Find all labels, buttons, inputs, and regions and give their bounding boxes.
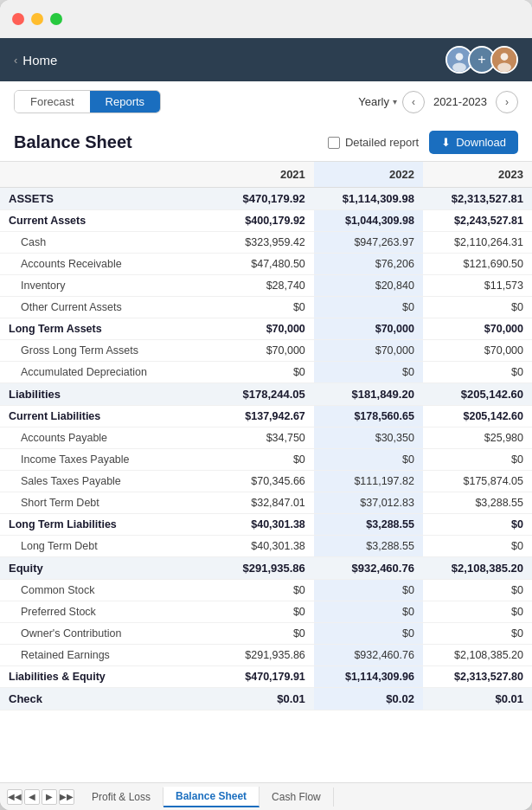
tab-reports[interactable]: Reports [90, 91, 161, 112]
minimize-button[interactable] [31, 13, 43, 25]
row-val-2021: $47,480.50 [216, 254, 314, 275]
year-range: 2021-2023 [430, 95, 490, 108]
table-row: Long Term Debt$40,301.38$3,288.55$0 [0, 536, 532, 557]
row-val-2022: $0.02 [314, 688, 423, 710]
row-val-2021: $323,959.42 [216, 232, 314, 254]
back-home-button[interactable]: ‹ Home [14, 53, 57, 68]
table-row: Long Term Liabilities$40,301.38$3,288.55… [0, 514, 532, 536]
period-dropdown[interactable]: Yearly ▾ [358, 95, 397, 108]
tab-forecast[interactable]: Forecast [15, 91, 90, 112]
navbar: ‹ Home + [0, 38, 532, 81]
svg-point-1 [456, 53, 464, 61]
row-label: Check [0, 688, 216, 710]
row-val-2022: $111,197.82 [314, 471, 423, 492]
row-label: Other Current Assets [0, 297, 216, 318]
sheet-tab-balance-sheet[interactable]: Balance Sheet [163, 787, 260, 807]
table-row: Owner's Contribution$0$0$0 [0, 623, 532, 645]
detailed-report-checkbox[interactable] [328, 137, 340, 149]
download-button[interactable]: ⬇ Download [429, 131, 518, 154]
col-2021-header: 2021 [216, 162, 314, 188]
sheet-tab-profit-loss[interactable]: Profit & Loss [80, 788, 163, 807]
row-label: Inventory [0, 275, 216, 297]
row-val-2022: $932,460.76 [314, 557, 423, 580]
row-val-2021: $0 [216, 297, 314, 318]
period-next-button[interactable]: › [496, 91, 518, 113]
row-val-2023: $205,142.60 [423, 406, 532, 428]
close-button[interactable] [12, 13, 24, 25]
download-label: Download [456, 136, 506, 149]
row-val-2022: $0 [314, 362, 423, 383]
table-row: Check$0.01$0.02$0.01 [0, 688, 532, 710]
balance-sheet-table: 2021 2022 2023 ASSETS$470,179.92$1,114,3… [0, 161, 532, 710]
detailed-report-text: Detailed report [345, 136, 419, 149]
row-val-2021: $32,847.01 [216, 492, 314, 514]
row-label: Cash [0, 232, 216, 254]
titlebar [0, 0, 532, 38]
table-row: Equity$291,935.86$932,460.76$2,108,385.2… [0, 557, 532, 580]
row-val-2023: $2,313,527.81 [423, 188, 532, 210]
table-row: Inventory$28,740$20,840$11,573 [0, 275, 532, 297]
row-val-2023: $0 [423, 297, 532, 318]
col-label-header [0, 162, 216, 188]
row-label: Sales Taxes Payable [0, 471, 216, 492]
table-header-row: 2021 2022 2023 [0, 162, 532, 188]
row-val-2022: $30,350 [314, 428, 423, 449]
row-val-2021: $70,000 [216, 340, 314, 362]
row-val-2023: $0 [423, 601, 532, 623]
header-right: Detailed report ⬇ Download [328, 131, 518, 154]
row-label: Retained Earnings [0, 645, 216, 666]
row-val-2021: $0 [216, 362, 314, 383]
row-val-2023: $11,573 [423, 275, 532, 297]
row-val-2021: $291,935.86 [216, 645, 314, 666]
row-val-2021: $28,740 [216, 275, 314, 297]
col-2023-header: 2023 [423, 162, 532, 188]
table-row: Accounts Receivable$47,480.50$76,206$121… [0, 254, 532, 275]
sheet-next-button[interactable]: ▶ [42, 789, 57, 805]
content-header: Balance Sheet Detailed report ⬇ Download [0, 122, 532, 161]
row-val-2023: $2,108,385.20 [423, 645, 532, 666]
avatar-2[interactable] [490, 46, 518, 74]
table-container[interactable]: 2021 2022 2023 ASSETS$470,179.92$1,114,3… [0, 161, 532, 782]
row-label: Long Term Liabilities [0, 514, 216, 536]
row-label: Preferred Stock [0, 601, 216, 623]
sheet-last-button[interactable]: ▶▶ [59, 789, 74, 805]
row-val-2021: $291,935.86 [216, 557, 314, 580]
row-label: Owner's Contribution [0, 623, 216, 645]
row-val-2023: $205,142.60 [423, 383, 532, 406]
row-val-2022: $3,288.55 [314, 514, 423, 536]
row-val-2021: $178,244.05 [216, 383, 314, 406]
bottom-nav-arrows: ◀◀ ◀ ▶ ▶▶ [7, 789, 74, 805]
period-controls: Yearly ▾ ‹ 2021-2023 › [358, 91, 518, 113]
row-val-2023: $0 [423, 536, 532, 557]
sheet-tab-cash-flow[interactable]: Cash Flow [260, 788, 334, 807]
sheet-prev-button[interactable]: ◀ [24, 789, 40, 805]
period-prev-button[interactable]: ‹ [402, 91, 425, 113]
row-label: Short Term Debt [0, 492, 216, 514]
svg-point-5 [497, 63, 511, 73]
maximize-button[interactable] [50, 13, 62, 25]
row-label: Equity [0, 557, 216, 580]
row-val-2023: $0 [423, 449, 532, 471]
row-val-2023: $25,980 [423, 428, 532, 449]
row-val-2022: $932,460.76 [314, 645, 423, 666]
row-val-2022: $1,114,309.98 [314, 188, 423, 210]
row-val-2023: $175,874.05 [423, 471, 532, 492]
row-label: Income Taxes Payable [0, 449, 216, 471]
row-val-2021: $70,345.66 [216, 471, 314, 492]
row-val-2022: $3,288.55 [314, 536, 423, 557]
detailed-report-label[interactable]: Detailed report [328, 136, 419, 149]
row-val-2021: $470,179.92 [216, 188, 314, 210]
row-val-2021: $40,301.38 [216, 536, 314, 557]
row-val-2023: $121,690.50 [423, 254, 532, 275]
row-val-2022: $181,849.20 [314, 383, 423, 406]
download-icon: ⬇ [441, 136, 451, 149]
sheet-first-button[interactable]: ◀◀ [7, 789, 22, 805]
table-row: Short Term Debt$32,847.01$37,012.83$3,28… [0, 492, 532, 514]
table-row: Preferred Stock$0$0$0 [0, 601, 532, 623]
row-label: Common Stock [0, 580, 216, 601]
row-val-2021: $470,179.91 [216, 666, 314, 688]
row-label: Current Liabilities [0, 406, 216, 428]
bottom-tabs: ◀◀ ◀ ▶ ▶▶ Profit & Loss Balance Sheet Ca… [0, 782, 532, 810]
table-row: Retained Earnings$291,935.86$932,460.76$… [0, 645, 532, 666]
row-val-2022: $76,206 [314, 254, 423, 275]
